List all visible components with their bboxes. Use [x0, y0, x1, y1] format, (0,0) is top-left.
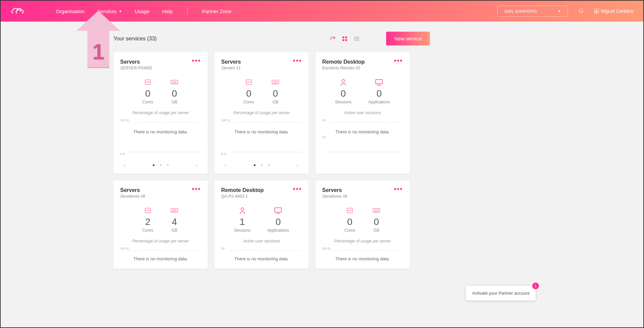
org-selector[interactable]: SAN JUNIPERO ▼ — [497, 6, 568, 17]
cpu-icon: CPU — [345, 207, 354, 214]
card-chart: 100 % There is no monitoring data. — [120, 247, 201, 264]
ram-icon: RAM — [271, 79, 280, 86]
service-card: Remote Desktop QA-PS-4453-1 ••• 1 Sessio… — [214, 181, 309, 269]
service-card: Servers SERVER-PS4581 ••• CPU 0 Cores RA… — [113, 52, 208, 174]
metric-label-2: Applications — [267, 228, 289, 233]
pager-dot[interactable] — [268, 164, 270, 166]
svg-rect-1 — [345, 36, 347, 38]
svg-text:CPU: CPU — [348, 209, 352, 211]
card-menu-icon[interactable]: ••• — [293, 59, 302, 62]
card-metrics: 0 Sessions 0 Applications — [322, 79, 403, 104]
card-caption: Percentage of usage per server — [120, 239, 201, 243]
card-title: Remote Desktop — [322, 59, 365, 65]
card-chart: 100 % 0 % There is no monitoring data. — [120, 119, 201, 156]
pager-dot[interactable] — [261, 164, 263, 166]
metric-value-1: 1 — [234, 217, 250, 227]
svg-text:RAM: RAM — [172, 209, 176, 211]
svg-rect-2 — [343, 39, 344, 41]
partner-activation-toast[interactable]: Activate your Partner account 1 — [466, 286, 536, 300]
pager-dot[interactable] — [160, 164, 162, 166]
metric-value-2: 0 — [271, 88, 280, 99]
user-icon — [238, 207, 247, 214]
svg-rect-0 — [343, 36, 344, 38]
card-subtitle: SERVER-PS4581 — [120, 66, 152, 70]
toast-badge: 1 — [532, 283, 539, 289]
refresh-icon[interactable] — [330, 36, 336, 42]
no-data-message: There is no monitoring data. — [221, 129, 302, 134]
metric-value-2: 0 — [267, 217, 289, 227]
svg-rect-41 — [275, 208, 281, 212]
service-card: Servers Servidores #8 ••• CPU 2 Cores RA… — [113, 181, 208, 269]
card-menu-icon[interactable]: ••• — [394, 187, 403, 191]
logo[interactable] — [11, 6, 26, 16]
card-subtitle: QA-PS-4453-1 — [221, 194, 264, 199]
metric-value-2: 0 — [372, 217, 381, 227]
svg-point-8 — [355, 38, 355, 39]
pager-dot[interactable] — [254, 164, 256, 166]
pager-dot[interactable] — [153, 164, 155, 166]
cpu-icon: CPU — [143, 79, 152, 86]
svg-rect-29 — [376, 79, 382, 84]
metric-label-2: GB — [170, 228, 179, 233]
card-metrics: 1 Sessions 0 Applications — [221, 207, 302, 233]
card-chart: 100 % 0 % There is no monitoring data. — [221, 119, 302, 156]
metric-label-1: Sessions — [234, 228, 250, 233]
card-subtitle: Escritorio Remoto #3 — [322, 66, 365, 70]
list-view-icon[interactable] — [354, 36, 360, 42]
chart-y-bottom: 0 % — [120, 152, 126, 156]
svg-text:RAM: RAM — [172, 81, 176, 83]
card-pager: ‹ › — [120, 162, 201, 169]
nav-usage[interactable]: Usage — [135, 8, 149, 14]
nav-divider — [187, 8, 188, 14]
pager-prev-icon[interactable]: ‹ — [225, 162, 227, 169]
new-service-button[interactable]: New service — [386, 32, 430, 45]
svg-point-7 — [355, 37, 355, 37]
metric-label-1: Cores — [142, 100, 153, 104]
header-right: SAN JUNIPERO ▼ ▣ Miguel Cerbero — [497, 6, 633, 17]
notifications-icon[interactable] — [578, 7, 584, 15]
metric-label-2: GB — [372, 228, 381, 233]
svg-text:CPU: CPU — [247, 81, 251, 83]
no-data-message: There is no monitoring data. — [322, 129, 403, 134]
card-title: Servers — [120, 59, 152, 65]
card-menu-icon[interactable]: ••• — [394, 59, 403, 62]
card-menu-icon[interactable]: ••• — [192, 187, 201, 191]
nav-partner-zone[interactable]: Partner Zone — [202, 8, 232, 14]
ram-icon: RAM — [170, 207, 179, 214]
annotation-number: 1 — [76, 39, 120, 64]
card-title: Remote Desktop — [221, 187, 264, 193]
pager-dot[interactable] — [167, 164, 169, 166]
ram-icon: RAM — [170, 79, 179, 86]
user-name: Miguel Cerbero — [601, 8, 633, 14]
user-menu[interactable]: ▣ Miguel Cerbero — [594, 8, 633, 14]
card-title: Servers — [221, 59, 241, 65]
card-menu-icon[interactable]: ••• — [293, 187, 302, 191]
no-data-message: There is no monitoring data. — [120, 256, 201, 261]
card-menu-icon[interactable]: ••• — [192, 59, 201, 62]
metric-label-1: Sessions — [335, 100, 351, 104]
card-caption: Percentage of usage per server — [322, 239, 403, 243]
card-caption: Percentage of usage per server — [221, 110, 302, 115]
card-metrics: CPU 0 Cores RAM 0 GB — [221, 79, 302, 104]
service-card: Remote Desktop Escritorio Remoto #3 ••• … — [315, 52, 410, 174]
chart-y-top: 20 — [322, 119, 326, 122]
monitor-icon — [375, 79, 383, 86]
metric-value-1: 0 — [335, 88, 351, 99]
cpu-icon: CPU — [143, 207, 152, 214]
grid-view-icon[interactable] — [342, 36, 348, 42]
pager-prev-icon[interactable]: ‹ — [124, 162, 126, 169]
metric-value-2: 4 — [170, 217, 179, 227]
card-caption: Active user sessions — [221, 239, 302, 243]
metric-label-1: Cores — [142, 228, 153, 233]
card-caption: Active user sessions — [322, 110, 403, 115]
service-card: Servers Servers #1 ••• CPU 0 Cores RAM 0… — [214, 52, 309, 174]
pager-next-icon[interactable]: › — [196, 162, 198, 169]
pager-next-icon[interactable]: › — [297, 162, 299, 169]
metric-value-1: 2 — [142, 217, 153, 227]
svg-point-9 — [355, 40, 355, 40]
nav-help[interactable]: Help — [162, 8, 173, 14]
chart-y-top: 100 % — [120, 119, 129, 122]
metric-label-2: Applications — [368, 100, 390, 104]
monitor-icon — [274, 207, 282, 214]
svg-point-28 — [342, 79, 345, 82]
